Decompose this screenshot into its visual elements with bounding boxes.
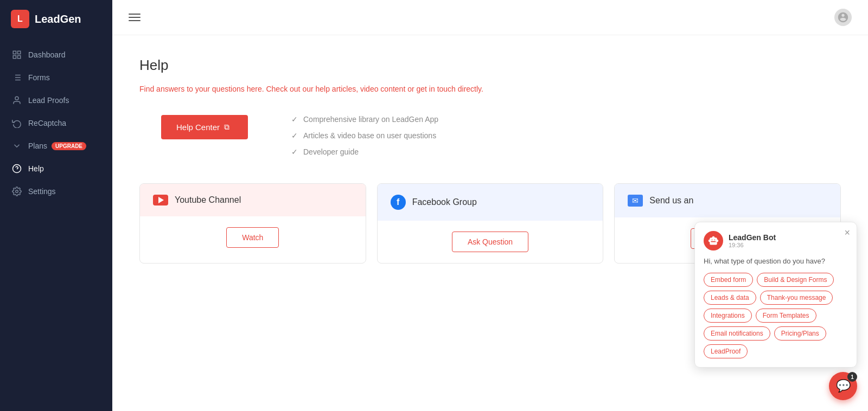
email-icon: ✉: [628, 195, 643, 207]
check-icon-2: ✓: [291, 147, 298, 156]
email-card-header: ✉ Send us an: [615, 184, 840, 217]
svg-rect-0: [13, 51, 16, 54]
chat-tag-leadproof[interactable]: LeadProof: [704, 344, 748, 358]
help-center-button[interactable]: Help Center ⧉: [161, 115, 248, 139]
facebook-card: f Facebook Group Ask Question: [377, 183, 604, 264]
bot-info: LeadGen Bot 19:36: [729, 233, 848, 248]
sidebar-item-plans[interactable]: Plans UPGRADE: [0, 134, 112, 157]
chat-message: Hi, what type of question do you have?: [704, 257, 848, 265]
user-icon: [12, 95, 22, 105]
chat-header: LeadGen Bot 19:36 ×: [704, 231, 848, 251]
logo-icon: L: [11, 10, 29, 28]
chat-popup: LeadGen Bot 19:36 × Hi, what type of que…: [694, 222, 857, 368]
list-icon: [12, 73, 22, 82]
youtube-card: Youtube Channel Watch: [139, 183, 366, 264]
help-features-list: ✓ Comprehensive library on LeadGen App ✓…: [291, 115, 438, 156]
chat-bubble-icon: 💬: [836, 379, 851, 393]
chat-tag-email-notifications[interactable]: Email notifications: [704, 326, 770, 341]
check-icon-1: ✓: [291, 131, 298, 140]
bot-avatar: [704, 231, 723, 251]
feature-item-0: ✓ Comprehensive library on LeadGen App: [291, 115, 438, 124]
chat-close-button[interactable]: ×: [844, 228, 850, 237]
sidebar-item-dashboard[interactable]: Dashboard: [0, 43, 112, 66]
chat-tag-integrations[interactable]: Integrations: [704, 309, 752, 323]
chat-tag-form-templates[interactable]: Form Templates: [756, 309, 816, 323]
chat-tag-thank-you[interactable]: Thank-you message: [760, 291, 833, 305]
svg-rect-2: [13, 56, 16, 59]
ask-question-button[interactable]: Ask Question: [452, 232, 528, 252]
sidebar-item-settings[interactable]: Settings: [0, 180, 112, 203]
help-center-section: Help Center ⧉ ✓ Comprehensive library on…: [139, 115, 841, 156]
user-avatar[interactable]: [834, 9, 852, 26]
account-circle-icon: [837, 11, 849, 23]
sidebar-nav: Dashboard Forms Lead Proofs ReCaptcha Pl…: [0, 38, 112, 411]
external-link-icon: ⧉: [224, 123, 229, 132]
bot-name: LeadGen Bot: [729, 233, 848, 242]
youtube-icon: [153, 195, 168, 206]
chat-tag-embed-form[interactable]: Embed form: [704, 273, 753, 287]
menu-toggle[interactable]: [129, 14, 141, 21]
settings-icon: [12, 187, 22, 196]
svg-point-10: [15, 97, 18, 100]
feature-item-1: ✓ Articles & video base on user question…: [291, 131, 438, 140]
chevron-down-icon: [12, 141, 22, 151]
sidebar-item-forms[interactable]: Forms: [0, 66, 112, 89]
watch-button[interactable]: Watch: [226, 227, 279, 248]
sidebar: L LeadGen Dashboard Forms Lead Proofs Re…: [0, 0, 112, 411]
grid-icon: [12, 50, 22, 60]
chat-tag-leads-data[interactable]: Leads & data: [704, 291, 756, 305]
youtube-card-header: Youtube Channel: [140, 184, 366, 216]
facebook-card-body: Ask Question: [378, 221, 603, 263]
chat-tag-pricing[interactable]: Pricing/Plans: [774, 326, 826, 341]
page-title: Help: [139, 57, 841, 74]
upgrade-badge: UPGRADE: [52, 142, 86, 150]
sidebar-item-help[interactable]: Help: [0, 157, 112, 180]
logo[interactable]: L LeadGen: [0, 0, 112, 38]
sidebar-item-lead-proofs[interactable]: Lead Proofs: [0, 89, 112, 112]
facebook-icon: f: [391, 195, 406, 210]
svg-rect-3: [18, 56, 21, 59]
svg-rect-1: [18, 51, 21, 54]
chat-tags: Embed form Build & Design Forms Leads & …: [704, 273, 848, 358]
bot-time: 19:36: [729, 242, 848, 248]
chat-bubble-button[interactable]: 💬 1: [829, 372, 857, 400]
feature-item-2: ✓ Developer guide: [291, 147, 438, 156]
chat-notification-badge: 1: [847, 372, 857, 382]
sidebar-item-recaptcha[interactable]: ReCaptcha: [0, 112, 112, 134]
page-subtitle: Find answers to your questions here. Che…: [139, 85, 841, 93]
facebook-card-header: f Facebook Group: [378, 184, 603, 221]
refresh-icon: [12, 118, 22, 128]
logo-text: LeadGen: [35, 13, 81, 25]
chat-tag-build-forms[interactable]: Build & Design Forms: [757, 273, 834, 287]
help-circle-icon: [12, 164, 22, 174]
topbar: [112, 0, 868, 35]
chat-widget: LeadGen Bot 19:36 × Hi, what type of que…: [694, 222, 857, 400]
youtube-card-body: Watch: [140, 216, 366, 259]
svg-point-13: [16, 190, 18, 193]
bot-icon: [708, 235, 719, 246]
check-icon-0: ✓: [291, 115, 298, 124]
